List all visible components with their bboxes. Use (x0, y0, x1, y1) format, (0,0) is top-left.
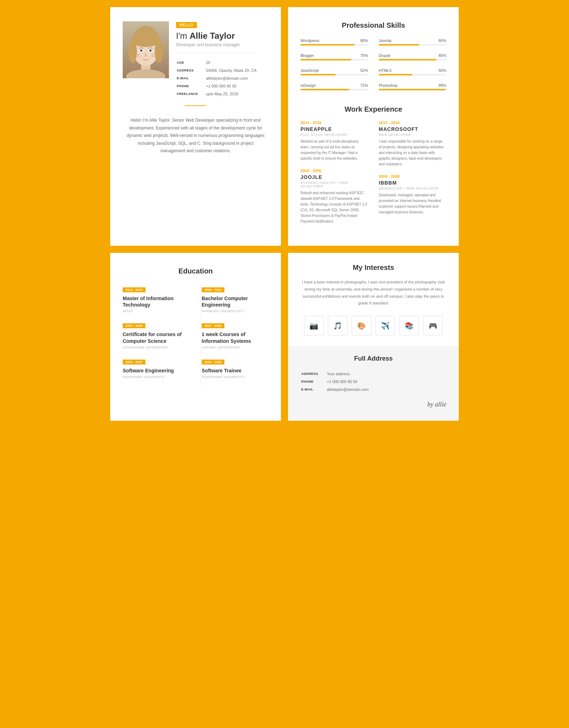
address-title: Full Address (301, 355, 446, 362)
skill-bar-bg (301, 89, 368, 90)
skill-percent: 85% (438, 53, 446, 58)
work-entry: 2014 - 2016 PINEAPPLE FULL STACK DEVELOP… (301, 121, 368, 161)
address-row: E-MAIL allietaylor@domain.com (301, 386, 446, 393)
skill-percent: 72% (360, 83, 368, 87)
svg-point-7 (155, 40, 163, 63)
edu-degree: Software Trainee (202, 367, 268, 374)
edu-badge: 2012 - 2014 (123, 287, 145, 292)
edu-entry: 2007 - 2008 1 week Courses of Informatio… (196, 322, 268, 349)
edu-entry: 2008 - 2012 Bachelor Computer Engineerin… (196, 286, 268, 313)
job-subtitle: Developer and business manager (176, 42, 257, 47)
info-row: ADDRESS54008, Opacity, Mask 29, CA (177, 67, 256, 74)
edu-school: HARWARG UNIVERSITEY (202, 309, 268, 313)
skill-item: Drupal 85% (379, 53, 446, 60)
interest-icon-box: 📷 (304, 316, 324, 335)
edu-layout: 2012 - 2014 Master of Information Techno… (123, 286, 268, 388)
profile-photo (123, 21, 169, 78)
skill-bar-bg (301, 44, 368, 46)
edu-degree: Master of Information Technology (123, 295, 195, 308)
edu-school: SORDONNE UNIVERSITY (123, 375, 195, 379)
skill-name: inDesign (301, 83, 316, 87)
skill-percent: 60% (438, 38, 446, 43)
edu-entry: 2007 - 2008 Certificate for courses of C… (123, 322, 195, 349)
panel-interests-address: My Interests I have a keen interest in p… (288, 253, 459, 421)
info-label: AGE (177, 59, 205, 66)
info-label: FREELANCE (177, 90, 205, 97)
info-label: E-MAIL (177, 75, 205, 82)
name-block: HELLO I'm Allie Taylor Developer and bus… (176, 21, 257, 98)
skill-item: Joomla 60% (379, 38, 446, 46)
interest-icons: 📷🎵🎨✈️📚🎮 (301, 316, 446, 335)
interest-icon-box: 🎮 (423, 316, 443, 335)
work-entry: 2004 - 2008 IBBBM WEBMASTER / WEB DEVELO… (379, 174, 446, 215)
work-entry: 2003 - 2006 JOOJLE SYSTEMS ANALYST / WEB… (301, 169, 368, 224)
skills-grid: Wordpress 80% Joomla 60% Blogger 75% Dru… (301, 38, 446, 95)
edu-school: OXFORZ UNIVERSITEY (202, 346, 268, 349)
panel-personal: HELLO I'm Allie Taylor Developer and bus… (110, 7, 281, 246)
address-value: +1 000 000 80 50 (327, 378, 446, 385)
skill-name: HTML5 (379, 68, 392, 73)
skill-label-row: Drupal 85% (379, 53, 446, 58)
info-row: PHONE+1 000 000 80 50 (177, 83, 256, 90)
skill-bar-fill (379, 74, 413, 75)
info-value: 54008, Opacity, Mask 29, CA (206, 67, 256, 74)
skill-name: Blogger (301, 53, 314, 58)
info-label: ADDRESS (177, 67, 205, 74)
skill-label-row: Blogger 75% (301, 53, 368, 58)
work-role: WEBMASTER / WEB DEVELOPER (379, 187, 446, 190)
edu-right: 2008 - 2012 Bachelor Computer Engineerin… (196, 286, 268, 388)
hello-badge: HELLO (176, 22, 197, 28)
work-desc: Developed, managed, operated and promote… (379, 192, 446, 215)
skill-percent: 99% (438, 83, 446, 87)
info-value: allietaylor@domain.com (206, 75, 256, 82)
skills-title: Professional Skills (301, 21, 446, 30)
skill-percent: 80% (360, 38, 368, 43)
skill-label-row: Joomla 60% (379, 38, 446, 43)
edu-school: MIT&T (123, 309, 195, 313)
skill-item: Photoshop 99% (379, 83, 446, 90)
skill-bar-bg (379, 74, 446, 75)
interests-title: My Interests (301, 264, 446, 272)
full-name: I'm Allie Taylor (176, 31, 257, 41)
skill-label-row: HTML5 50% (379, 68, 446, 73)
edu-degree: 1 week Courses of Information Systems (202, 331, 268, 344)
work-desc: Worked as part of a multi-disciplinary t… (301, 139, 368, 161)
edu-badge: 2008 - 2012 (202, 287, 224, 292)
edu-entry: 2004 - 2005 Software Trainee SCIRDONNE U… (196, 358, 268, 379)
signature: by allie (301, 401, 446, 408)
interests-section: My Interests I have a keen interest in p… (288, 253, 459, 346)
work-date: 2014 - 2016 (301, 121, 368, 125)
work-columns: 2014 - 2016 PINEAPPLE FULL STACK DEVELOP… (301, 121, 446, 232)
info-row: AGE29 (177, 59, 256, 66)
work-company: PINEAPPLE (301, 126, 368, 132)
work-company: IBBBM (379, 180, 446, 186)
work-role: WEB DEVELOPER (379, 133, 446, 137)
address-value: allietaylor@domain.com (327, 386, 446, 393)
edu-entry: 2006 - 2007 Software Engineering SORDONN… (123, 358, 195, 379)
info-row: E-MAILallietaylor@domain.com (177, 75, 256, 82)
address-table: ADDRESS Your address PHONE +1 000 000 80… (301, 370, 446, 394)
skill-bar-fill (301, 59, 351, 60)
name-bold: Allie Taylor (190, 31, 235, 41)
svg-point-13 (150, 50, 151, 51)
work-entry: 2011 - 2014 MACROSOOFT WEB DEVELOPER I w… (379, 121, 446, 167)
address-section: Full Address ADDRESS Your address PHONE … (288, 346, 459, 421)
panel-education: Education 2012 - 2014 Master of Informat… (110, 253, 281, 421)
skill-label-row: inDesign 72% (301, 83, 368, 87)
edu-degree: Certificate for courses of Computer Scie… (123, 331, 195, 344)
skill-item: HTML5 50% (379, 68, 446, 75)
address-label: ADDRESS (301, 370, 326, 377)
interest-icon-box: 📚 (399, 316, 419, 335)
interests-text: I have a keen interest in photography. I… (301, 279, 446, 307)
svg-point-14 (135, 54, 140, 57)
work-date: 2004 - 2008 (379, 174, 446, 179)
skill-item: JavaScript 52% (301, 68, 368, 75)
education-title: Education (123, 267, 268, 275)
edu-left: 2012 - 2014 Master of Information Techno… (123, 286, 195, 388)
work-company: MACROSOOFT (379, 126, 446, 132)
work-col-right: 2011 - 2014 MACROSOOFT WEB DEVELOPER I w… (379, 121, 446, 232)
skill-bar-fill (379, 44, 419, 46)
work-company: JOOJLE (301, 174, 368, 180)
svg-point-15 (151, 54, 157, 57)
skill-bar-fill (379, 59, 436, 60)
